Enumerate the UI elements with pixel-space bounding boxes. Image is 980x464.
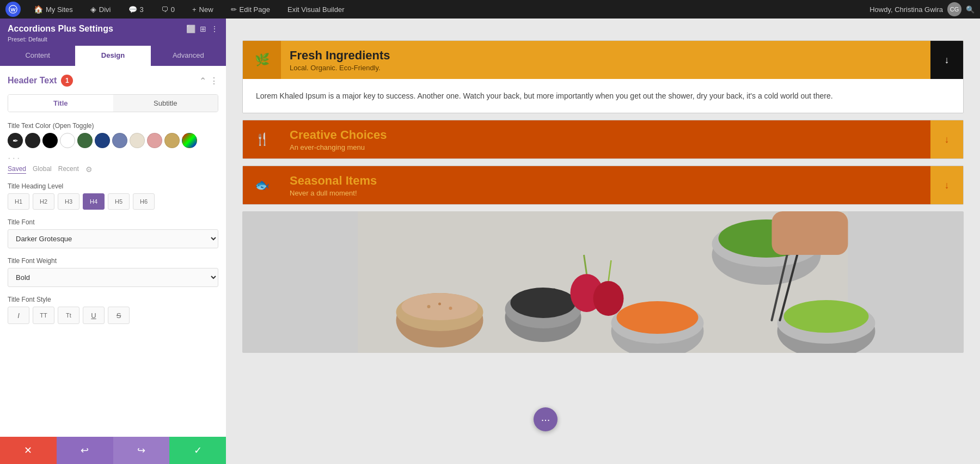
redo-icon: ↪: [137, 444, 145, 456]
svg-point-11: [511, 288, 576, 318]
fab-icon: ···: [541, 413, 550, 426]
redo-button[interactable]: ↪: [113, 437, 170, 464]
color-tab-global[interactable]: Global: [33, 165, 52, 174]
hl-h3[interactable]: H3: [58, 193, 79, 210]
leaf-icon: 🌿: [255, 53, 270, 67]
accordion-header-1[interactable]: 🌿 Fresh Ingredients Local. Organic. Eco-…: [243, 41, 963, 79]
tab-content[interactable]: Content: [0, 46, 75, 66]
hl-h2[interactable]: H2: [33, 193, 54, 210]
color-swatch-6[interactable]: [112, 133, 127, 148]
close-icon: ✕: [24, 444, 32, 456]
admin-bar-exit-builder[interactable]: Exit Visual Builder: [283, 3, 349, 16]
color-swatch-2[interactable]: [42, 133, 58, 148]
svg-point-16: [593, 281, 624, 316]
bottom-bar: ✕ ↩ ↪ ✓: [0, 437, 226, 464]
color-swatch-7[interactable]: [130, 133, 145, 148]
color-swatch-1[interactable]: [25, 133, 40, 148]
tab-advanced[interactable]: Advanced: [151, 46, 226, 66]
font-weight-select[interactable]: Bold: [8, 268, 218, 287]
color-swatch-8[interactable]: [147, 133, 162, 148]
color-swatch-9[interactable]: [164, 133, 180, 148]
tab-design[interactable]: Design: [75, 46, 150, 66]
sub-tab-title[interactable]: Title: [8, 95, 113, 112]
home-icon: 🏠: [34, 5, 43, 14]
admin-bar-edit-page[interactable]: ✏ Edit Page: [226, 3, 274, 16]
admin-bar-comments[interactable]: 💬 3: [124, 3, 148, 16]
color-settings-icon[interactable]: ⚙: [85, 165, 93, 174]
message-icon: 🗨: [161, 5, 168, 14]
save-button[interactable]: ✓: [169, 437, 226, 464]
accordion-title-3: Seasonal Items: [290, 174, 922, 188]
user-greeting: Howdy, Christina Gwira: [869, 5, 943, 14]
font-style-uppercase[interactable]: TT: [33, 307, 54, 324]
accordion-toggle-2[interactable]: ↓: [930, 120, 963, 158]
svg-point-8: [449, 307, 452, 310]
hl-h1[interactable]: H1: [8, 193, 29, 210]
color-swatch-eraser[interactable]: [182, 133, 197, 148]
font-select[interactable]: Darker Grotesque: [8, 229, 218, 248]
panel-title-row: Accordions Plus Settings ⬜ ⊞ ⋮: [8, 24, 218, 34]
svg-rect-27: [772, 211, 848, 255]
admin-bar-divi[interactable]: ◈ Divi: [86, 3, 115, 16]
edit-page-label: Edit Page: [240, 5, 270, 14]
plus-icon: +: [192, 5, 197, 14]
undo-button[interactable]: ↩: [57, 437, 113, 464]
more-icon[interactable]: ⋮: [211, 25, 218, 33]
comment-icon: 💬: [128, 5, 137, 14]
admin-bar-messages[interactable]: 🗨 0: [157, 3, 179, 16]
admin-bar-right: Howdy, Christina Gwira CG 🔍: [869, 2, 975, 16]
dots-row: ···: [8, 151, 218, 164]
collapse-icon[interactable]: ⌃: [199, 76, 206, 86]
preset-label[interactable]: Preset: Default: [8, 36, 47, 42]
accordion-icon-box-3: 🐟: [243, 166, 281, 204]
accordion-item-2: 🍴 Creative Choices An ever-changing menu…: [242, 120, 964, 159]
tab-bar: Content Design Advanced: [0, 46, 226, 66]
accordion-header-2[interactable]: 🍴 Creative Choices An ever-changing menu…: [243, 120, 963, 158]
search-icon[interactable]: 🔍: [966, 5, 975, 14]
eyedropper-swatch[interactable]: ✒: [8, 133, 23, 148]
section-title: Header Text 1: [8, 75, 73, 87]
admin-bar-mysites[interactable]: 🏠 My Sites: [29, 3, 77, 16]
svg-point-7: [438, 303, 441, 306]
svg-point-5: [402, 293, 478, 320]
fab-button[interactable]: ···: [534, 407, 558, 431]
expand-icon[interactable]: ⬜: [186, 25, 195, 33]
wordpress-logo[interactable]: W: [5, 2, 21, 17]
admin-bar-new[interactable]: + New: [188, 3, 218, 16]
accordion-icon-box-1: 🌿: [243, 41, 281, 79]
columns-icon[interactable]: ⊞: [200, 25, 206, 33]
sub-tabs: Title Subtitle: [8, 94, 218, 112]
close-button[interactable]: ✕: [0, 437, 57, 464]
divi-label: Divi: [99, 5, 111, 14]
user-avatar[interactable]: CG: [947, 2, 961, 16]
accordion-toggle-3[interactable]: ↓: [930, 166, 963, 204]
edit-icon: ✏: [231, 5, 237, 14]
color-tab-recent[interactable]: Recent: [58, 165, 79, 174]
color-swatch-4[interactable]: [77, 133, 93, 148]
accordion-toggle-1[interactable]: ↓: [930, 41, 963, 79]
section-actions: ⌃ ⋮: [199, 76, 218, 86]
section-more-icon[interactable]: ⋮: [210, 76, 218, 86]
accordion-subtitle-1: Local. Organic. Eco-Friendly.: [290, 64, 922, 72]
accordion-header-3[interactable]: 🐟 Seasonal Items Never a dull moment! ↓: [243, 166, 963, 204]
comment-count: 3: [140, 5, 144, 14]
color-swatch-5[interactable]: [95, 133, 110, 148]
color-swatch-3[interactable]: [60, 133, 75, 148]
color-tabs: Saved Global Recent ⚙: [8, 165, 218, 174]
save-icon: ✓: [194, 444, 202, 456]
hl-h4[interactable]: H4: [83, 193, 105, 210]
accordion-subtitle-3: Never a dull moment!: [290, 189, 922, 197]
color-tab-saved[interactable]: Saved: [8, 165, 26, 174]
heading-levels: H1 H2 H3 H4 H5 H6: [8, 193, 218, 210]
accordion-text-2: Creative Choices An ever-changing menu: [281, 123, 930, 157]
font-style-capitalize[interactable]: Tt: [58, 307, 79, 324]
font-style-underline[interactable]: U: [83, 307, 105, 324]
accordion-title-2: Creative Choices: [290, 128, 922, 142]
hl-h6[interactable]: H6: [133, 193, 155, 210]
accordion-body-text-1: Lorem Khaled Ipsum is a major key to suc…: [256, 90, 950, 102]
sub-tab-subtitle[interactable]: Subtitle: [113, 95, 218, 112]
font-style-strikethrough[interactable]: S: [108, 307, 130, 324]
font-style-italic[interactable]: I: [8, 307, 29, 324]
hl-h5[interactable]: H5: [108, 193, 130, 210]
exit-builder-label: Exit Visual Builder: [287, 5, 345, 14]
